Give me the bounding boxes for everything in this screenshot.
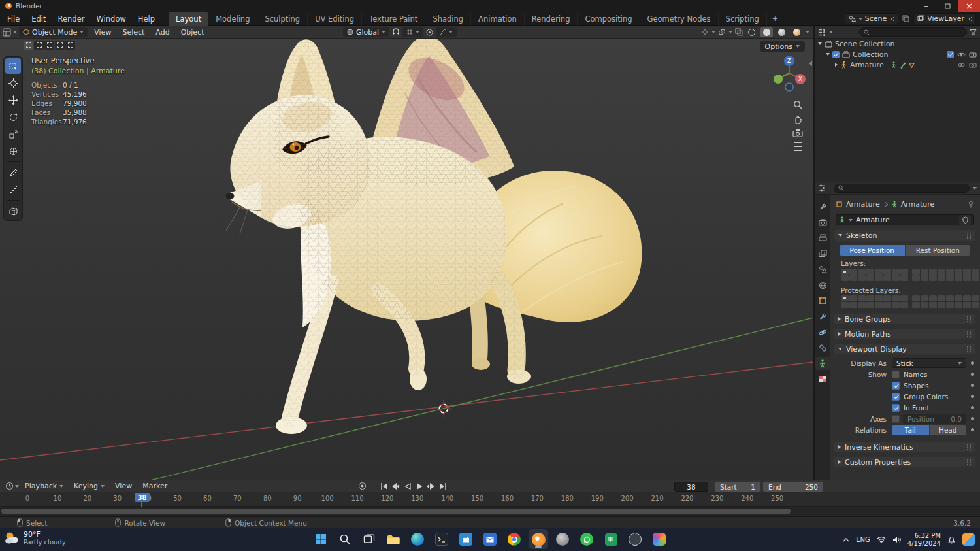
select-mode-extend[interactable] xyxy=(34,41,44,50)
viewlayer-selector[interactable]: ViewLayer xyxy=(913,13,976,24)
properties-filter-caret[interactable] xyxy=(973,187,977,190)
animate-dot[interactable] xyxy=(971,373,974,376)
animate-dot[interactable] xyxy=(971,361,974,365)
file-explorer-icon[interactable] xyxy=(384,529,403,549)
outliner-row-collection[interactable]: Collection xyxy=(815,49,980,59)
widgets-weather-icon[interactable] xyxy=(962,533,975,546)
animate-dot[interactable] xyxy=(971,417,974,420)
select-box-tool[interactable] xyxy=(5,58,21,74)
section-inverse-kinematics[interactable]: Inverse Kinematics xyxy=(834,442,975,452)
timeline-view-menu[interactable]: View xyxy=(110,482,137,490)
overlays-caret[interactable] xyxy=(728,31,732,33)
tab-output[interactable] xyxy=(815,231,830,244)
tab-tool[interactable] xyxy=(815,200,830,213)
start-button[interactable] xyxy=(311,529,331,549)
menu-render[interactable]: Render xyxy=(52,14,91,24)
add-menu[interactable]: Add xyxy=(151,28,174,37)
shading-caret[interactable] xyxy=(806,31,809,33)
move-tool[interactable] xyxy=(5,92,21,108)
shading-wireframe-button[interactable] xyxy=(745,27,758,37)
pin-icon[interactable] xyxy=(968,201,974,208)
transform-tool[interactable] xyxy=(5,143,21,159)
play-button[interactable] xyxy=(414,482,424,491)
auto-keying-button[interactable] xyxy=(358,482,367,490)
workspace-tab-compositing[interactable]: Compositing xyxy=(578,12,640,26)
previous-keyframe-button[interactable] xyxy=(391,482,400,491)
add-cube-tool[interactable] xyxy=(5,203,21,219)
snap-settings-dropdown[interactable] xyxy=(402,27,423,37)
panel-grip-icon[interactable] xyxy=(966,316,972,323)
playhead[interactable]: 38 xyxy=(135,493,150,502)
shapes-checkbox[interactable] xyxy=(892,382,900,390)
menu-window[interactable]: Window xyxy=(90,14,131,24)
section-motion-paths[interactable]: Motion Paths xyxy=(834,329,975,339)
cursor-tool[interactable] xyxy=(5,75,21,91)
section-skeleton[interactable]: Skeleton xyxy=(834,230,975,241)
mail-icon[interactable] xyxy=(480,529,500,549)
browser-profile-icon[interactable] xyxy=(553,529,572,549)
taskbar-weather-widget[interactable]: 90°F Partly cloudy xyxy=(4,530,66,546)
outliner-row-scene-collection[interactable]: Scene Collection xyxy=(815,39,980,49)
workspace-tab-uv-editing[interactable]: UV Editing xyxy=(308,12,362,26)
chrome-icon[interactable] xyxy=(504,529,524,549)
outliner-display-mode-caret[interactable] xyxy=(829,31,833,33)
store-icon[interactable] xyxy=(456,529,476,549)
play-reverse-button[interactable] xyxy=(402,482,412,491)
xray-toggle-icon[interactable] xyxy=(735,28,743,36)
zoom-icon[interactable] xyxy=(793,100,803,110)
axes-checkbox[interactable] xyxy=(892,415,900,423)
layers-block-right[interactable] xyxy=(912,269,979,281)
layers-block-left[interactable] xyxy=(841,269,908,281)
gizmo-caret[interactable] xyxy=(711,31,715,33)
obs-icon[interactable] xyxy=(625,529,645,549)
protected-block-left[interactable] xyxy=(841,295,908,308)
transform-orientation-dropdown[interactable]: Global xyxy=(343,27,389,37)
axes-position-field[interactable]: Position 0.0 xyxy=(903,414,966,424)
in-front-checkbox[interactable] xyxy=(892,404,900,412)
tab-render[interactable] xyxy=(815,216,830,229)
jump-to-start-button[interactable] xyxy=(379,482,389,491)
next-keyframe-button[interactable] xyxy=(426,482,436,491)
workspace-tab-layout[interactable]: Layout xyxy=(169,12,208,26)
head-button[interactable]: Head xyxy=(930,425,967,435)
tab-texture[interactable] xyxy=(815,373,830,386)
protected-block-right[interactable] xyxy=(912,295,979,308)
taskbar-clock[interactable]: 6:32 PM 4/19/2024 xyxy=(907,532,941,548)
edge-icon[interactable] xyxy=(408,529,427,549)
animate-dot[interactable] xyxy=(971,406,974,409)
select-mode-intersect[interactable] xyxy=(65,41,75,50)
frame-start-field[interactable]: Start 1 xyxy=(715,482,760,492)
select-mode-subtract[interactable] xyxy=(44,41,54,50)
wifi-icon[interactable] xyxy=(877,536,886,543)
animate-dot[interactable] xyxy=(971,384,974,387)
workspace-tab-geometry-nodes[interactable]: Geometry Nodes xyxy=(640,12,719,26)
maximize-button[interactable] xyxy=(937,0,958,12)
measure-tool[interactable] xyxy=(5,182,21,197)
eye-icon[interactable] xyxy=(957,52,966,58)
menu-file[interactable]: File xyxy=(1,14,25,24)
workspace-tab-modeling[interactable]: Modeling xyxy=(208,12,257,26)
sidebar-toggle-arrow[interactable] xyxy=(809,61,812,66)
3d-viewport[interactable]: User Perspective (38) Collection | Armat… xyxy=(0,39,813,480)
collection-exclude-checkbox[interactable] xyxy=(832,51,840,58)
annotate-tool[interactable] xyxy=(5,165,21,180)
tab-scene[interactable] xyxy=(815,263,830,276)
workspace-tab-animation[interactable]: Animation xyxy=(471,12,525,26)
panel-grip-icon[interactable] xyxy=(966,459,972,466)
add-workspace-button[interactable]: + xyxy=(767,12,783,26)
object-menu[interactable]: Object xyxy=(176,28,209,37)
rest-position-button[interactable]: Rest Position xyxy=(906,245,971,256)
marker-menu[interactable]: Marker xyxy=(138,482,172,490)
snap-magnet-icon[interactable] xyxy=(392,28,400,36)
close-button[interactable] xyxy=(958,0,980,12)
eye-icon[interactable] xyxy=(957,62,966,68)
search-button[interactable] xyxy=(335,529,355,549)
rotate-tool[interactable] xyxy=(5,109,21,125)
collection-checkbox[interactable] xyxy=(947,51,954,58)
tab-object[interactable] xyxy=(815,294,830,307)
tab-modifiers[interactable] xyxy=(815,310,830,323)
view-menu[interactable]: View xyxy=(90,28,116,37)
blender-taskbar-icon[interactable] xyxy=(529,529,548,549)
panel-grip-icon[interactable] xyxy=(966,331,972,338)
pose-position-button[interactable]: Pose Position xyxy=(840,245,906,256)
